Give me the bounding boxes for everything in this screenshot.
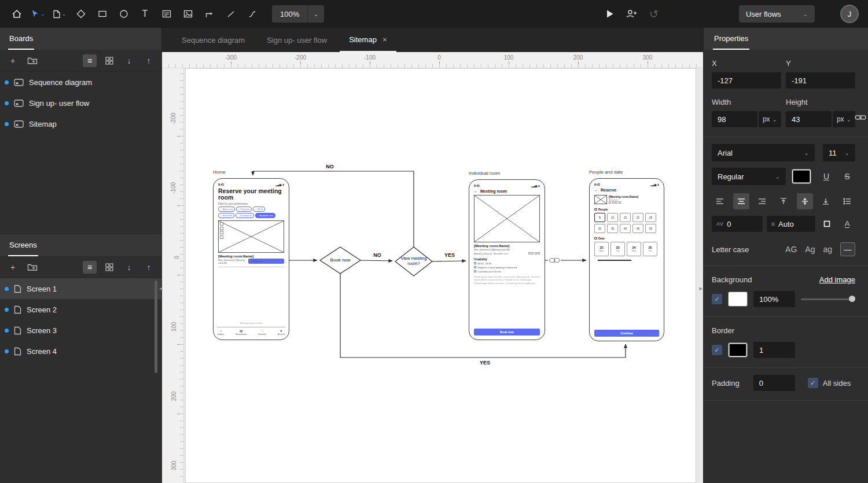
underline-button[interactable]: U: [818, 168, 834, 185]
align-text-center-button[interactable]: [733, 193, 749, 209]
font-weight-dropdown[interactable]: Regular⌄: [712, 168, 786, 185]
filter-chip[interactable]: ✓Soundproof: [236, 213, 254, 218]
add-image-link[interactable]: Add image: [819, 275, 855, 284]
circle-shape-tool-button[interactable]: [113, 0, 134, 28]
date-option[interactable]: 22Mon: [594, 242, 609, 256]
width-input[interactable]: 98: [712, 111, 757, 127]
diamond-shape-tool-button[interactable]: [70, 0, 91, 28]
book-now-button[interactable]: Book now: [248, 259, 284, 264]
line-height-input[interactable]: ≡ Auto: [767, 216, 815, 232]
nav-favorites[interactable]: ♡Favorites: [258, 329, 266, 335]
line-connector-tool-button[interactable]: [220, 0, 241, 28]
height-input[interactable]: 43: [786, 111, 832, 127]
strikethrough-button[interactable]: S: [839, 168, 855, 185]
screens-sort-up-button[interactable]: ↑: [142, 261, 156, 274]
text-color-swatch[interactable]: [792, 169, 811, 184]
zoom-chevron-icon[interactable]: ⌄: [308, 11, 324, 17]
rectangle-shape-tool-button[interactable]: [91, 0, 113, 28]
share-invite-button[interactable]: [621, 0, 643, 28]
wireframe-home-screen[interactable]: 9:41 ▂▄▆ ▮ Reserve your meeting room Fil…: [213, 178, 289, 340]
width-unit-dropdown[interactable]: px⌄: [759, 111, 781, 127]
letter-spacing-input[interactable]: AV 0: [712, 216, 763, 232]
background-opacity-slider[interactable]: [801, 295, 855, 303]
slider-knob[interactable]: [849, 296, 855, 302]
uppercase-button[interactable]: AG: [785, 245, 797, 254]
background-color-swatch[interactable]: [728, 292, 748, 307]
people-option[interactable]: 50: [645, 224, 656, 233]
date-option[interactable]: 24Wed: [627, 242, 641, 256]
font-family-dropdown[interactable]: Arial⌄: [712, 144, 815, 161]
board-item-sequence-diagram[interactable]: Sequence diagram: [0, 72, 161, 93]
text-tool-button[interactable]: T: [134, 0, 156, 28]
add-board-folder-button[interactable]: [25, 54, 39, 67]
people-option[interactable]: 5: [594, 213, 605, 222]
collapse-right-panel-icon[interactable]: ▸: [699, 285, 703, 292]
align-middle-button[interactable]: [797, 193, 813, 209]
wireframe-room-screen[interactable]: 9:41 ▂▄▆ ▮ ← Meeting room [Meeting room.…: [469, 179, 545, 340]
back-icon[interactable]: ←: [594, 188, 598, 192]
baseline-button[interactable]: A: [839, 216, 855, 232]
boards-sort-down-button[interactable]: ↓: [122, 54, 136, 67]
padding-input[interactable]: 0: [753, 375, 795, 391]
board-item-signup-user-flow[interactable]: Sign up- user flow: [0, 93, 161, 113]
people-option[interactable]: 25: [645, 213, 656, 222]
book-now-button[interactable]: Book now: [474, 329, 540, 335]
curve-connector-tool-button[interactable]: [241, 0, 263, 28]
border-color-swatch[interactable]: [728, 342, 748, 357]
close-tab-icon[interactable]: ×: [382, 35, 387, 44]
screen-item-4[interactable]: Screen 4: [0, 341, 161, 362]
border-visible-checkbox[interactable]: ✓: [712, 345, 722, 355]
filter-chip[interactable]: ✓All access: [218, 207, 235, 212]
people-option[interactable]: 30: [594, 224, 605, 233]
preview-button[interactable]: [599, 0, 621, 28]
people-option[interactable]: 20: [632, 213, 643, 222]
font-size-dropdown[interactable]: 11⌄: [823, 144, 855, 161]
background-visible-checkbox[interactable]: ✓: [712, 294, 722, 304]
undo-button[interactable]: ↺: [643, 0, 665, 28]
fit-frame-button[interactable]: [819, 216, 835, 232]
screen-item-2[interactable]: Screen 2: [0, 299, 161, 320]
design-canvas[interactable]: Home Individual room People and date Boo…: [184, 68, 703, 483]
image-tool-button[interactable]: [177, 0, 198, 28]
screens-grid-view-button[interactable]: [102, 261, 116, 274]
date-option[interactable]: 23Tue: [610, 242, 625, 256]
boards-grid-view-button[interactable]: [102, 54, 116, 67]
screens-scrollbar[interactable]: [155, 281, 157, 373]
boards-list-view-button[interactable]: ≡: [83, 54, 97, 67]
x-input[interactable]: -127: [712, 72, 781, 89]
decision-view-meeting-room[interactable]: View meeting room?: [396, 248, 431, 275]
filter-chip[interactable]: ✓Projector: [236, 207, 252, 212]
background-opacity-input[interactable]: 100%: [753, 291, 795, 307]
all-sides-checkbox[interactable]: ✓: [808, 378, 818, 388]
date-option[interactable]: 25Thu: [643, 242, 657, 256]
filter-chip[interactable]: ✓Wi-Fi: [253, 207, 265, 212]
screen-item-1[interactable]: Screen 1: [0, 278, 161, 299]
align-top-button[interactable]: [775, 193, 792, 209]
align-bottom-button[interactable]: [818, 193, 834, 209]
zoom-control[interactable]: 100% ⌄: [272, 5, 324, 23]
user-flows-dropdown[interactable]: User flows ⌄: [739, 5, 815, 23]
boards-sort-up-button[interactable]: ↑: [142, 54, 156, 67]
border-width-input[interactable]: 1: [753, 342, 795, 358]
nav-explore[interactable]: ⌂Explore: [218, 329, 225, 335]
insert-page-tool-button[interactable]: ⌄: [49, 0, 70, 28]
screens-sort-down-button[interactable]: ↓: [122, 261, 136, 274]
text-block-tool-button[interactable]: [156, 0, 177, 28]
add-screen-folder-button[interactable]: [25, 261, 39, 274]
board-item-sitemap[interactable]: Sitemap: [0, 113, 161, 134]
screen-item-3[interactable]: Screen 3: [0, 320, 161, 341]
add-board-button[interactable]: +: [6, 54, 20, 67]
y-input[interactable]: -191: [786, 72, 855, 89]
align-text-left-button[interactable]: [712, 193, 728, 209]
people-option[interactable]: 10: [607, 213, 618, 222]
user-avatar[interactable]: J: [840, 5, 859, 23]
align-text-right-button[interactable]: [754, 193, 770, 209]
select-tool-button[interactable]: ⌄: [27, 0, 49, 28]
collapse-left-panel-icon[interactable]: ◂: [159, 285, 163, 292]
titlecase-button[interactable]: Ag: [805, 245, 815, 254]
chevron-down-icon[interactable]: ⌄: [41, 11, 45, 17]
home-button[interactable]: [6, 0, 27, 28]
lowercase-button[interactable]: ag: [823, 245, 832, 254]
tab-signup-user-flow[interactable]: Sign up- user flow: [258, 28, 336, 52]
height-unit-dropdown[interactable]: px⌄: [833, 111, 855, 127]
